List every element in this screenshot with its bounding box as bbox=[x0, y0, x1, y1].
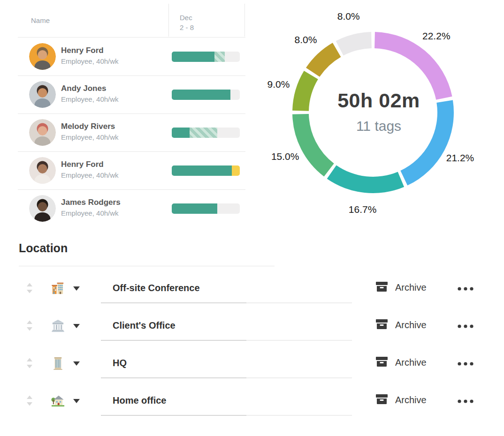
member-name: James Rodgers bbox=[61, 198, 121, 207]
bar-tracked-segment bbox=[172, 52, 214, 62]
location-row: Off-site Conference Archive bbox=[0, 271, 504, 308]
donut-slice-label: 21.2% bbox=[446, 152, 474, 163]
table-row: Henry Ford Employee, 40h/wk bbox=[18, 38, 245, 75]
column-divider bbox=[168, 4, 169, 37]
location-emoji-picker[interactable] bbox=[51, 356, 80, 372]
more-options-button[interactable] bbox=[455, 359, 478, 369]
location-row: HQ Archive bbox=[0, 346, 504, 383]
archive-button[interactable]: Archive bbox=[375, 393, 427, 406]
archive-label: Archive bbox=[395, 282, 427, 293]
bar-estimated-segment bbox=[190, 128, 217, 138]
section-divider bbox=[19, 266, 275, 266]
classical-building-icon bbox=[51, 318, 65, 334]
avatar bbox=[29, 43, 56, 70]
period-line2: 2 - 8 bbox=[180, 23, 194, 31]
table-row: James Rodgers Employee, 40h/wk bbox=[18, 190, 245, 227]
donut-slice[interactable] bbox=[374, 32, 452, 100]
ellipsis-icon bbox=[457, 398, 476, 405]
member-subtitle: Employee, 40h/wk bbox=[61, 95, 119, 103]
donut-slice[interactable] bbox=[292, 71, 318, 111]
location-name-field[interactable]: Client's Office bbox=[113, 320, 176, 331]
more-options-button[interactable] bbox=[455, 321, 478, 332]
archive-label: Archive bbox=[395, 320, 427, 331]
donut-slice[interactable] bbox=[292, 114, 334, 177]
caret-down-icon bbox=[73, 361, 80, 368]
archive-box-icon bbox=[375, 393, 388, 406]
drag-handle-icon[interactable] bbox=[25, 281, 34, 297]
table-header: Name Dec2 - 8 bbox=[18, 0, 245, 38]
header-divider bbox=[18, 37, 245, 38]
member-name: Andy Jones bbox=[61, 84, 106, 93]
location-emoji-picker[interactable] bbox=[51, 393, 80, 409]
location-name-field[interactable]: Home office bbox=[113, 395, 166, 406]
donut-slice-label: 16.7% bbox=[349, 204, 377, 215]
bar-tracked-segment bbox=[172, 128, 190, 138]
hotel-icon bbox=[51, 281, 65, 297]
tracked-time-bar bbox=[172, 90, 240, 100]
donut-slice[interactable] bbox=[336, 32, 372, 55]
donut-slice-label: 8.0% bbox=[294, 34, 317, 45]
bar-overtime-segment bbox=[232, 165, 240, 176]
bar-tracked-segment bbox=[172, 165, 232, 176]
donut-slice[interactable] bbox=[327, 165, 404, 193]
member-name: Melody Rivers bbox=[61, 122, 115, 131]
bar-tracked-segment bbox=[172, 203, 217, 214]
house-garden-icon bbox=[51, 393, 65, 409]
avatar bbox=[29, 119, 56, 146]
ellipsis-icon bbox=[457, 361, 476, 368]
donut-slice-label: 22.2% bbox=[422, 30, 451, 41]
location-name-field[interactable]: Off-site Conference bbox=[113, 283, 200, 293]
drag-handle-icon[interactable] bbox=[25, 356, 34, 372]
archive-button[interactable]: Archive bbox=[375, 356, 427, 369]
donut-slice[interactable] bbox=[400, 100, 454, 186]
drag-handle-icon[interactable] bbox=[25, 319, 34, 334]
member-name: Henry Ford bbox=[61, 46, 104, 55]
office-building-icon bbox=[51, 356, 65, 372]
team-hours-table: Name Dec2 - 8 Henry Ford Employee, 40h/w… bbox=[18, 0, 245, 229]
location-name-field[interactable]: HQ bbox=[113, 358, 127, 368]
name-column-header: Name bbox=[31, 16, 50, 24]
field-underline bbox=[101, 377, 352, 378]
caret-down-icon bbox=[73, 323, 80, 330]
member-subtitle: Employee, 40h/wk bbox=[61, 57, 119, 65]
archive-box-icon bbox=[375, 356, 388, 369]
location-emoji-picker[interactable] bbox=[51, 318, 80, 334]
table-row: Andy Jones Employee, 40h/wk bbox=[18, 76, 245, 113]
ellipsis-icon bbox=[457, 323, 476, 330]
more-options-button[interactable] bbox=[455, 396, 478, 407]
bar-estimated-segment bbox=[214, 52, 225, 62]
member-name: Henry Ford bbox=[61, 160, 104, 169]
donut-slice-label: 8.0% bbox=[337, 11, 360, 22]
donut-slice[interactable] bbox=[306, 43, 341, 77]
archive-box-icon bbox=[375, 318, 388, 331]
period-line1: Dec bbox=[180, 14, 192, 22]
tracked-time-bar bbox=[172, 52, 240, 62]
more-options-button[interactable] bbox=[455, 284, 478, 294]
avatar bbox=[29, 157, 56, 184]
archive-box-icon bbox=[375, 281, 388, 294]
archive-label: Archive bbox=[395, 395, 427, 406]
bar-tracked-segment bbox=[172, 90, 230, 100]
member-subtitle: Employee, 40h/wk bbox=[61, 171, 119, 179]
donut-slice-label: 15.0% bbox=[271, 151, 299, 162]
donut-svg: 22.2%21.2%16.7%15.0%9.0%8.0%8.0% bbox=[253, 0, 504, 234]
location-emoji-picker[interactable] bbox=[51, 281, 80, 297]
drag-handle-icon[interactable] bbox=[25, 394, 34, 409]
archive-button[interactable]: Archive bbox=[375, 318, 427, 331]
archive-button[interactable]: Archive bbox=[375, 281, 427, 294]
field-underline bbox=[101, 340, 352, 341]
tracked-time-bar bbox=[172, 165, 240, 176]
location-row: Client's Office Archive bbox=[0, 308, 504, 346]
field-underline bbox=[101, 302, 352, 303]
donut-slice-label: 9.0% bbox=[267, 79, 290, 90]
tracked-time-bar bbox=[172, 128, 240, 138]
field-underline bbox=[101, 415, 352, 416]
tags-donut-chart: 22.2%21.2%16.7%15.0%9.0%8.0%8.0% 50h 02m… bbox=[253, 0, 504, 234]
avatar bbox=[29, 195, 56, 222]
column-divider bbox=[244, 4, 245, 37]
table-row: Melody Rivers Employee, 40h/wk bbox=[18, 114, 245, 151]
period-column-header: Dec2 - 8 bbox=[180, 13, 194, 32]
member-subtitle: Employee, 40h/wk bbox=[61, 133, 119, 141]
member-subtitle: Employee, 40h/wk bbox=[61, 209, 119, 217]
ellipsis-icon bbox=[457, 286, 476, 293]
